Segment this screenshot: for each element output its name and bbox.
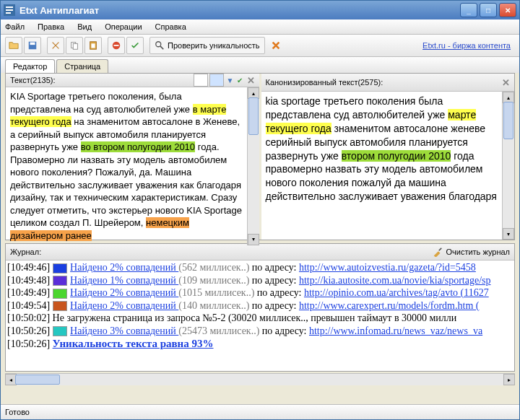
toolbar: Проверить уникальность Etxt.ru - биржа к… [1, 35, 519, 57]
color-swatch [53, 289, 67, 299]
remove-icon [111, 40, 121, 51]
save-button[interactable] [24, 37, 41, 54]
journal-title: Журнал: [10, 248, 41, 256]
check-uniqueness-button[interactable]: Проверить уникальность [150, 37, 265, 54]
source-url-link[interactable]: http://www.carexpert.ru/models/fordm.htm… [299, 300, 479, 311]
right-pane-body: kia sportage третьего поколения была пре… [261, 92, 515, 240]
tabstrip: Редактор Страница [1, 57, 519, 73]
clear-journal-button[interactable]: Очистить журнал [433, 247, 510, 257]
hscroll-thumb[interactable] [15, 375, 60, 385]
journal-panel: Журнал: Очистить журнал [10:49:46]Найден… [5, 243, 515, 372]
dropdown-icon[interactable]: ▼ [227, 76, 234, 84]
left-pane-title: Текст(2135): [10, 76, 56, 84]
svg-rect-2 [6, 9, 13, 11]
right-scrollbar[interactable]: ▴▾ [502, 92, 514, 240]
brand-link[interactable]: Etxt.ru - биржа контента [422, 41, 511, 50]
copy-button[interactable] [66, 37, 83, 54]
horizontal-scrollbar[interactable]: ◂▸ [5, 373, 515, 385]
save-icon [27, 40, 38, 51]
check-icon [130, 40, 140, 51]
accept-icon[interactable]: ✔ [237, 76, 243, 84]
app-icon [4, 4, 15, 16]
svg-rect-11 [114, 45, 119, 46]
app-window: Etxt Антиплагиат _ □ ✕ Файл Правка Вид О… [0, 0, 520, 420]
svg-rect-9 [91, 43, 95, 48]
left-pane-body: KIA Sportage третьего поколения, была пр… [6, 87, 259, 245]
journal-row: [10:50:02] Не загружена страница из запр… [7, 312, 513, 325]
editor-textarea[interactable]: KIA Sportage третьего поколения, была пр… [6, 87, 247, 245]
journal-header: Журнал: Очистить журнал [6, 244, 514, 261]
folder-open-icon [9, 40, 19, 51]
color-swatch [53, 276, 67, 286]
source-url-link[interactable]: http://opinio.com.ua/archives/tag/avto (… [304, 287, 489, 298]
match-link[interactable]: Найдено 2% совпадений [70, 300, 178, 311]
clear-journal-label: Очистить журнал [446, 248, 510, 256]
match-link[interactable]: Найдено 2% совпадений [70, 262, 178, 273]
journal-row: [10:49:49]Найдено 2% совпадений (1015 ми… [7, 286, 513, 299]
journal-row: [10:49:54]Найдено 2% совпадений (140 мил… [7, 299, 513, 312]
svg-line-13 [160, 46, 163, 49]
cancel-op-button[interactable] [268, 38, 284, 53]
scroll-down-button[interactable]: ▾ [248, 234, 259, 245]
cancel-icon [271, 40, 281, 51]
titlebar: Etxt Антиплагиат _ □ ✕ [1, 1, 519, 19]
scroll-down-button[interactable]: ▾ [503, 228, 514, 240]
color-swatch [53, 301, 67, 311]
journal-row: [10:49:48]Найдено 1% совпадений (109 мил… [7, 274, 513, 287]
menu-file[interactable]: Файл [5, 22, 25, 31]
menu-help[interactable]: Справка [155, 22, 186, 31]
left-pane-header: Текст(2135): ▼ ✔ ✕ [6, 74, 259, 87]
cut-button[interactable] [47, 37, 64, 54]
svg-rect-1 [6, 6, 13, 8]
svg-rect-7 [73, 43, 77, 49]
match-link[interactable]: Найдено 2% совпадений [70, 287, 178, 298]
match-link[interactable]: Найдено 3% совпадений [70, 325, 178, 336]
canonical-textarea[interactable]: kia sportage третьего поколения была пре… [261, 92, 503, 240]
menu-edit[interactable]: Правка [38, 22, 64, 31]
svg-line-14 [439, 248, 442, 251]
color-swatch [53, 263, 67, 274]
left-pane: Текст(2135): ▼ ✔ ✕ KIA Sportage третьего… [6, 74, 259, 240]
status-text: Готово [5, 408, 30, 416]
open-button[interactable] [5, 37, 22, 54]
scroll-right-button[interactable]: ▸ [503, 374, 515, 385]
source-url-link[interactable]: http://kia.autosite.com.ua/novie/kia/spo… [299, 275, 491, 286]
view-mode-1-button[interactable] [194, 74, 208, 87]
close-button[interactable]: ✕ [499, 3, 516, 17]
left-pane-close[interactable]: ✕ [247, 75, 255, 86]
check-small-button[interactable] [126, 37, 144, 54]
paste-button[interactable] [84, 37, 102, 54]
minimize-button[interactable]: _ [460, 3, 477, 17]
journal-row: [10:49:46]Найдено 2% совпадений (562 мил… [7, 261, 513, 274]
right-pane-title: Канонизированный текст(2575): [266, 78, 384, 87]
status-bar: Готово [1, 404, 519, 419]
highlight-green: во втором полугодии 2010 [81, 141, 195, 152]
workarea: Текст(2135): ▼ ✔ ✕ KIA Sportage третьего… [5, 73, 515, 240]
right-pane-header: Канонизированный текст(2575): ✕ [261, 74, 515, 92]
source-url-link[interactable]: http://www.infomad.ru/news_vaz/news_va [309, 325, 482, 336]
color-swatch [53, 326, 67, 336]
scroll-thumb[interactable] [248, 97, 259, 135]
uniqueness-result: Уникальность текста равна 93% [53, 338, 214, 349]
right-pane-close[interactable]: ✕ [502, 77, 510, 88]
menu-operations[interactable]: Операции [105, 22, 142, 31]
match-link[interactable]: Найдено 1% совпадений [70, 275, 178, 286]
left-scrollbar[interactable]: ▴▾ [247, 87, 259, 245]
source-url-link[interactable]: http://www.autoizvestia.ru/gazeta/?id=54… [299, 262, 476, 273]
app-title: Etxt Антиплагиат [20, 5, 460, 16]
journal-final-row: [10:50:26] Уникальность текста равна 93% [7, 337, 513, 351]
svg-rect-3 [6, 12, 11, 14]
menubar: Файл Правка Вид Операции Справка [1, 19, 519, 35]
scissors-icon [51, 40, 61, 51]
maximize-button[interactable]: □ [480, 3, 497, 17]
tab-editor[interactable]: Редактор [5, 59, 55, 73]
remove-button[interactable] [108, 37, 125, 54]
journal-body[interactable]: [10:49:46]Найдено 2% совпадений (562 мил… [6, 261, 514, 371]
svg-rect-5 [30, 43, 35, 45]
tab-page[interactable]: Страница [56, 59, 108, 73]
scroll-thumb[interactable] [503, 102, 514, 139]
window-buttons: _ □ ✕ [460, 3, 516, 17]
check-uniqueness-label: Проверить уникальность [168, 41, 260, 50]
view-mode-2-button[interactable] [209, 74, 224, 87]
menu-view[interactable]: Вид [77, 22, 92, 31]
